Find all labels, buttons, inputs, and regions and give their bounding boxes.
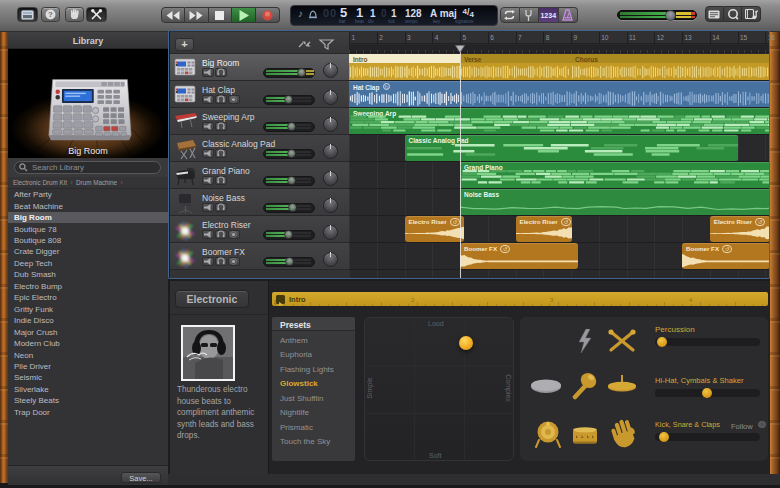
svg-text:?: ?: [48, 10, 53, 19]
